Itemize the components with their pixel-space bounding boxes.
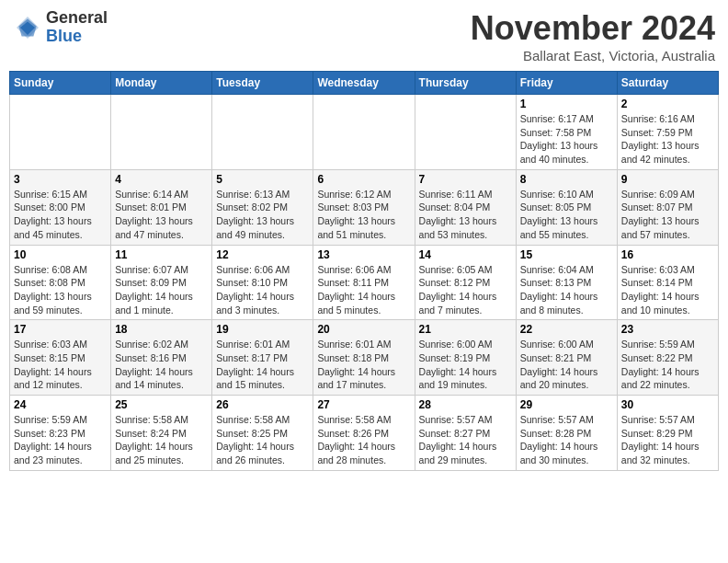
day-number: 15: [520, 248, 613, 261]
day-number: 20: [317, 323, 410, 336]
day-number: 21: [419, 323, 512, 336]
day-info: Sunrise: 6:06 AMSunset: 8:11 PMDaylight:…: [317, 263, 410, 317]
logo: General Blue: [13, 9, 108, 46]
day-info: Sunrise: 5:57 AMSunset: 8:29 PMDaylight:…: [621, 413, 714, 467]
day-number: 13: [317, 248, 410, 261]
calendar-cell: [313, 95, 415, 170]
day-number: 11: [115, 248, 208, 261]
calendar-cell: 17Sunrise: 6:03 AMSunset: 8:15 PMDayligh…: [10, 320, 111, 396]
calendar-cell: 8Sunrise: 6:10 AMSunset: 8:05 PMDaylight…: [516, 169, 617, 245]
day-number: 3: [14, 173, 107, 186]
day-info: Sunrise: 6:16 AMSunset: 7:59 PMDaylight:…: [621, 112, 714, 167]
calendar-cell: 28Sunrise: 5:57 AMSunset: 8:27 PMDayligh…: [415, 396, 516, 471]
day-info: Sunrise: 6:01 AMSunset: 8:17 PMDaylight:…: [216, 338, 309, 392]
calendar-cell: [415, 95, 516, 170]
calendar-cell: 15Sunrise: 6:04 AMSunset: 8:13 PMDayligh…: [516, 245, 617, 320]
day-number: 22: [520, 323, 613, 336]
day-info: Sunrise: 5:57 AMSunset: 8:27 PMDaylight:…: [419, 413, 512, 467]
calendar-cell: [10, 95, 111, 170]
day-number: 10: [14, 248, 107, 261]
calendar-cell: 10Sunrise: 6:08 AMSunset: 8:08 PMDayligh…: [10, 245, 111, 320]
day-info: Sunrise: 6:13 AMSunset: 8:02 PMDaylight:…: [216, 188, 309, 242]
day-number: 23: [621, 323, 714, 336]
day-number: 9: [621, 173, 714, 186]
calendar-cell: 9Sunrise: 6:09 AMSunset: 8:07 PMDaylight…: [617, 169, 718, 245]
title-area: November 2024 Ballarat East, Victoria, A…: [471, 9, 715, 63]
calendar-cell: 22Sunrise: 6:00 AMSunset: 8:21 PMDayligh…: [516, 320, 617, 396]
calendar-cell: 16Sunrise: 6:03 AMSunset: 8:14 PMDayligh…: [617, 245, 718, 320]
day-info: Sunrise: 6:03 AMSunset: 8:14 PMDaylight:…: [621, 263, 714, 317]
calendar-cell: 21Sunrise: 6:00 AMSunset: 8:19 PMDayligh…: [415, 320, 516, 396]
day-number: 1: [520, 98, 613, 110]
day-number: 16: [621, 248, 714, 261]
day-info: Sunrise: 6:14 AMSunset: 8:01 PMDaylight:…: [115, 188, 208, 242]
day-info: Sunrise: 6:11 AMSunset: 8:04 PMDaylight:…: [419, 188, 512, 242]
calendar-cell: 11Sunrise: 6:07 AMSunset: 8:09 PMDayligh…: [111, 245, 212, 320]
day-info: Sunrise: 5:59 AMSunset: 8:22 PMDaylight:…: [621, 338, 714, 392]
col-header-monday: Monday: [111, 72, 212, 95]
day-info: Sunrise: 5:59 AMSunset: 8:23 PMDaylight:…: [14, 413, 107, 467]
logo-blue: Blue: [46, 28, 108, 46]
calendar-cell: 27Sunrise: 5:58 AMSunset: 8:26 PMDayligh…: [313, 396, 415, 471]
day-info: Sunrise: 6:06 AMSunset: 8:10 PMDaylight:…: [216, 263, 309, 317]
day-info: Sunrise: 6:00 AMSunset: 8:21 PMDaylight:…: [520, 338, 613, 392]
day-number: 6: [317, 173, 410, 186]
day-number: 5: [216, 173, 309, 186]
page-header: General Blue November 2024 Ballarat East…: [9, 9, 719, 63]
location: Ballarat East, Victoria, Australia: [471, 48, 715, 63]
logo-text: General Blue: [46, 9, 108, 46]
calendar-cell: [212, 95, 313, 170]
day-number: 17: [14, 323, 107, 336]
day-number: 27: [317, 398, 410, 411]
day-info: Sunrise: 6:08 AMSunset: 8:08 PMDaylight:…: [14, 263, 107, 317]
calendar-cell: 29Sunrise: 5:57 AMSunset: 8:28 PMDayligh…: [516, 396, 617, 471]
col-header-tuesday: Tuesday: [212, 72, 313, 95]
day-number: 24: [14, 398, 107, 411]
day-info: Sunrise: 6:09 AMSunset: 8:07 PMDaylight:…: [621, 188, 714, 242]
day-info: Sunrise: 6:02 AMSunset: 8:16 PMDaylight:…: [115, 338, 208, 392]
calendar-cell: 18Sunrise: 6:02 AMSunset: 8:16 PMDayligh…: [111, 320, 212, 396]
calendar-cell: 12Sunrise: 6:06 AMSunset: 8:10 PMDayligh…: [212, 245, 313, 320]
day-number: 19: [216, 323, 309, 336]
day-info: Sunrise: 6:17 AMSunset: 7:58 PMDaylight:…: [520, 112, 613, 167]
calendar-cell: 19Sunrise: 6:01 AMSunset: 8:17 PMDayligh…: [212, 320, 313, 396]
day-info: Sunrise: 6:00 AMSunset: 8:19 PMDaylight:…: [419, 338, 512, 392]
calendar-cell: 1Sunrise: 6:17 AMSunset: 7:58 PMDaylight…: [516, 95, 617, 170]
day-info: Sunrise: 6:05 AMSunset: 8:12 PMDaylight:…: [419, 263, 512, 317]
calendar-header-row: SundayMondayTuesdayWednesdayThursdayFrid…: [10, 72, 719, 95]
day-info: Sunrise: 6:03 AMSunset: 8:15 PMDaylight:…: [14, 338, 107, 392]
calendar-cell: 20Sunrise: 6:01 AMSunset: 8:18 PMDayligh…: [313, 320, 415, 396]
day-number: 29: [520, 398, 613, 411]
col-header-saturday: Saturday: [617, 72, 718, 95]
col-header-friday: Friday: [516, 72, 617, 95]
col-header-wednesday: Wednesday: [313, 72, 415, 95]
calendar-cell: 2Sunrise: 6:16 AMSunset: 7:59 PMDaylight…: [617, 95, 718, 170]
day-info: Sunrise: 5:58 AMSunset: 8:25 PMDaylight:…: [216, 413, 309, 467]
day-number: 2: [621, 98, 714, 110]
day-info: Sunrise: 6:07 AMSunset: 8:09 PMDaylight:…: [115, 263, 208, 317]
day-info: Sunrise: 6:15 AMSunset: 8:00 PMDaylight:…: [14, 188, 107, 242]
day-number: 28: [419, 398, 512, 411]
day-number: 14: [419, 248, 512, 261]
calendar-cell: 6Sunrise: 6:12 AMSunset: 8:03 PMDaylight…: [313, 169, 415, 245]
calendar-week-3: 10Sunrise: 6:08 AMSunset: 8:08 PMDayligh…: [10, 245, 719, 320]
col-header-sunday: Sunday: [10, 72, 111, 95]
logo-icon: [13, 13, 42, 42]
calendar-cell: 14Sunrise: 6:05 AMSunset: 8:12 PMDayligh…: [415, 245, 516, 320]
month-title: November 2024: [471, 9, 715, 48]
calendar-cell: 5Sunrise: 6:13 AMSunset: 8:02 PMDaylight…: [212, 169, 313, 245]
calendar-cell: [111, 95, 212, 170]
day-number: 7: [419, 173, 512, 186]
day-number: 26: [216, 398, 309, 411]
calendar-cell: 25Sunrise: 5:58 AMSunset: 8:24 PMDayligh…: [111, 396, 212, 471]
day-number: 30: [621, 398, 714, 411]
day-info: Sunrise: 5:57 AMSunset: 8:28 PMDaylight:…: [520, 413, 613, 467]
calendar-week-4: 17Sunrise: 6:03 AMSunset: 8:15 PMDayligh…: [10, 320, 719, 396]
calendar-cell: 3Sunrise: 6:15 AMSunset: 8:00 PMDaylight…: [10, 169, 111, 245]
day-info: Sunrise: 6:04 AMSunset: 8:13 PMDaylight:…: [520, 263, 613, 317]
day-number: 12: [216, 248, 309, 261]
day-info: Sunrise: 6:12 AMSunset: 8:03 PMDaylight:…: [317, 188, 410, 242]
calendar-week-1: 1Sunrise: 6:17 AMSunset: 7:58 PMDaylight…: [10, 95, 719, 170]
day-info: Sunrise: 6:01 AMSunset: 8:18 PMDaylight:…: [317, 338, 410, 392]
calendar-cell: 13Sunrise: 6:06 AMSunset: 8:11 PMDayligh…: [313, 245, 415, 320]
